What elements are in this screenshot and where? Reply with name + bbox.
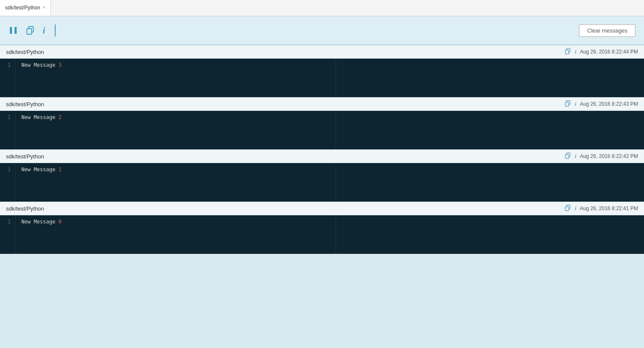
code-content: New Message 0	[15, 215, 336, 254]
message-header: sdk/test/Python i Aug 26, 2016 8:22:41 P…	[0, 202, 644, 215]
message-topic: sdk/test/Python	[6, 153, 44, 160]
code-text: New Message	[21, 219, 59, 225]
message-header-right: i Aug 26, 2016 8:22:42 PM	[565, 152, 638, 160]
code-number: 1	[59, 167, 62, 173]
message-topic: sdk/test/Python	[6, 205, 44, 212]
message-timestamp: Aug 26, 2016 8:22:41 PM	[580, 205, 638, 211]
svg-rect-7	[565, 102, 569, 106]
line-number: 1	[0, 59, 15, 97]
code-area: 1 New Message 1	[0, 163, 644, 202]
copy-icon[interactable]	[565, 48, 571, 56]
info-icon[interactable]: i	[575, 153, 576, 160]
svg-rect-11	[565, 207, 569, 211]
message-card: sdk/test/Python i Aug 26, 2016 8:22:44 P…	[0, 45, 644, 98]
message-timestamp: Aug 26, 2016 8:22:43 PM	[580, 101, 638, 107]
code-content: New Message 1	[15, 163, 336, 202]
tab-sdk-test-python[interactable]: sdk/test/Python ×	[0, 0, 51, 16]
code-right-pane	[336, 215, 644, 254]
copy-icon[interactable]	[26, 26, 35, 35]
tab-bar: sdk/test/Python ×	[0, 0, 644, 16]
code-area: 1 New Message 2	[0, 111, 644, 149]
copy-icon[interactable]	[565, 205, 571, 212]
code-number: 3	[59, 62, 62, 68]
tab-label: sdk/test/Python	[5, 5, 40, 11]
messages-container: sdk/test/Python i Aug 26, 2016 8:22:44 P…	[0, 45, 644, 254]
svg-rect-1	[15, 27, 17, 34]
message-header: sdk/test/Python i Aug 26, 2016 8:22:43 P…	[0, 98, 644, 111]
tab-close-icon[interactable]: ×	[43, 5, 45, 10]
info-icon[interactable]: i	[575, 101, 576, 107]
svg-rect-0	[10, 27, 12, 34]
message-header-right: i Aug 26, 2016 8:22:41 PM	[565, 205, 638, 212]
code-right-pane	[336, 59, 644, 97]
message-header-right: i Aug 26, 2016 8:22:43 PM	[565, 100, 638, 108]
line-number: 1	[0, 163, 15, 202]
pause-icon[interactable]	[9, 26, 18, 35]
code-right-pane	[336, 163, 644, 202]
info-icon[interactable]: i	[575, 48, 576, 55]
code-text: New Message	[21, 114, 59, 120]
svg-rect-5	[565, 50, 569, 54]
copy-icon[interactable]	[565, 152, 571, 160]
message-header: sdk/test/Python i Aug 26, 2016 8:22:42 P…	[0, 150, 644, 163]
message-topic: sdk/test/Python	[6, 101, 44, 107]
code-right-pane	[336, 111, 644, 149]
message-card: sdk/test/Python i Aug 26, 2016 8:22:42 P…	[0, 150, 644, 202]
code-content: New Message 3	[15, 59, 336, 97]
code-text: New Message	[21, 62, 59, 68]
message-topic: sdk/test/Python	[6, 49, 44, 55]
copy-icon[interactable]	[565, 100, 571, 108]
line-number: 1	[0, 111, 15, 149]
svg-rect-9	[565, 155, 569, 158]
code-number: 0	[59, 219, 62, 225]
toolbar: i Clear messages	[0, 16, 644, 45]
code-text: New Message	[21, 167, 59, 173]
code-area: 1 New Message 3	[0, 59, 644, 97]
clear-messages-button[interactable]: Clear messages	[579, 24, 635, 37]
line-number: 1	[0, 215, 15, 254]
info-icon[interactable]: i	[575, 205, 576, 212]
message-header: sdk/test/Python i Aug 26, 2016 8:22:44 P…	[0, 45, 644, 59]
message-header-right: i Aug 26, 2016 8:22:44 PM	[565, 48, 638, 56]
message-timestamp: Aug 26, 2016 8:22:44 PM	[580, 49, 638, 55]
message-card: sdk/test/Python i Aug 26, 2016 8:22:43 P…	[0, 98, 644, 150]
message-timestamp: Aug 26, 2016 8:22:42 PM	[580, 153, 638, 159]
message-card: sdk/test/Python i Aug 26, 2016 8:22:41 P…	[0, 202, 644, 254]
info-icon[interactable]: i	[43, 26, 45, 36]
code-area: 1 New Message 0	[0, 215, 644, 254]
code-content: New Message 2	[15, 111, 336, 149]
toolbar-left: i	[9, 24, 56, 36]
svg-rect-3	[27, 29, 32, 34]
code-number: 2	[59, 114, 62, 120]
